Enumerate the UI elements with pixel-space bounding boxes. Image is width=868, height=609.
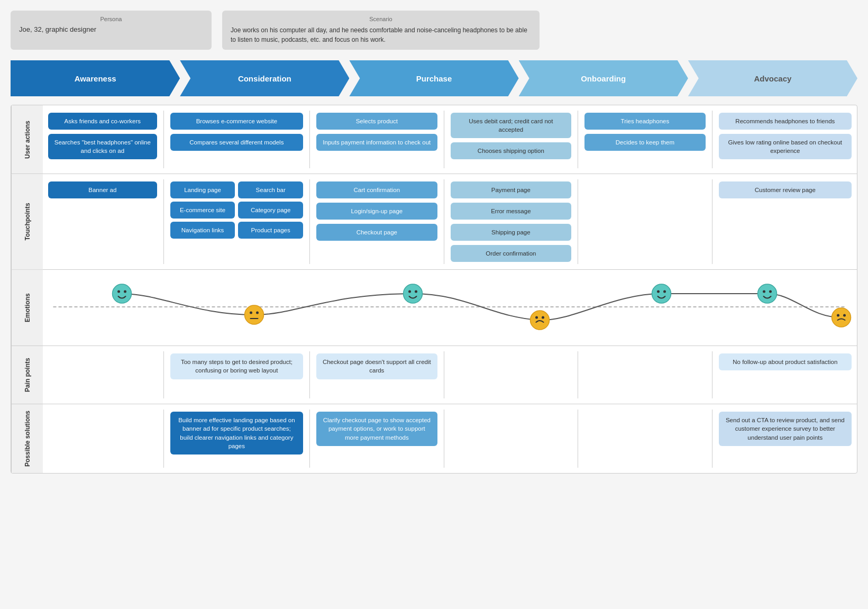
stage-onboarding: Onboarding: [519, 60, 688, 96]
pain-points-label: Pain points: [11, 346, 43, 404]
svg-point-6: [256, 312, 259, 314]
svg-point-13: [542, 316, 544, 319]
scenario-content: Joe works on his computer all day, and h…: [231, 25, 531, 44]
sol-awareness-col: [46, 410, 159, 468]
user-actions-content: Asks friends and co-workers Searches "be…: [43, 105, 857, 174]
svg-point-20: [832, 308, 851, 327]
scenario-label: Scenario: [231, 16, 531, 22]
tp-card: Payment page: [451, 181, 572, 198]
stages-row: Awareness Consideration Purchase Onboard…: [11, 60, 857, 96]
emotions-row: Emotions: [11, 270, 857, 346]
ua-card: Uses debit card; credit card not accepte…: [451, 113, 572, 138]
ua-card: Decides to keep them: [584, 134, 706, 151]
ua-card: Tries headphones: [584, 113, 706, 130]
stage-awareness: Awareness: [11, 60, 180, 96]
ua-card: Browses e-commerce website: [170, 113, 303, 130]
sol-card: Build more effective landing page based …: [170, 412, 303, 454]
ua-onboarding2-col: Tries headphones Decides to keep them: [582, 111, 708, 168]
pp-card: Checkout page doesn't support all credit…: [316, 353, 437, 379]
tp-card: Login/sign-up page: [316, 203, 437, 220]
svg-point-9: [408, 290, 411, 293]
tp-advocacy-col: Customer review page: [717, 179, 854, 264]
svg-point-3: [124, 290, 126, 293]
pp-onboarding-col: [449, 351, 574, 398]
sol-consideration-col: Build more effective landing page based …: [168, 410, 305, 468]
tp-card: Shipping page: [451, 224, 572, 241]
svg-point-17: [758, 284, 777, 303]
pp-card: Too many steps to get to desired product…: [170, 353, 303, 379]
pp-advocacy-col: No follow-up about product satisfaction: [717, 351, 854, 398]
main-container: { "persona": { "label": "Persona", "cont…: [0, 0, 868, 609]
tp-onboarding2-col: [582, 179, 708, 264]
ua-consideration-col: Browses e-commerce website Compares seve…: [168, 111, 305, 168]
ua-advocacy-col: Recommends headphones to friends Gives l…: [717, 111, 854, 168]
solutions-row: Possible solutions Build more effective …: [11, 404, 857, 473]
solutions-label: Possible solutions: [11, 404, 43, 473]
svg-point-18: [763, 290, 765, 293]
scenario-box: Scenario Joe works on his computer all d…: [222, 11, 540, 50]
emotions-label: Emotions: [11, 270, 43, 346]
tp-card: Category page: [238, 202, 303, 219]
tp-card: Product pages: [238, 222, 303, 239]
ua-card: Gives low rating online based on checkou…: [719, 134, 852, 159]
svg-point-10: [415, 290, 417, 293]
tp-card: Customer review page: [719, 181, 852, 198]
svg-point-19: [769, 290, 772, 293]
tp-card: Error message: [451, 203, 572, 220]
ua-card: Searches "best headphones" online and cl…: [48, 134, 157, 159]
ua-card: Selects product: [316, 113, 437, 130]
ua-card: Compares several different models: [170, 134, 303, 151]
tp-card: Navigation links: [170, 222, 235, 239]
tp-awareness-col: Banner ad: [46, 179, 159, 264]
journey-map: User actions Asks friends and co-workers…: [11, 105, 857, 474]
ua-card: Asks friends and co-workers: [48, 113, 157, 130]
ua-card: Inputs payment information to check out: [316, 134, 437, 151]
touchpoints-row: Touchpoints Banner ad Landing page Searc…: [11, 174, 857, 270]
tp-card: Order confirmation: [451, 245, 572, 262]
svg-point-21: [837, 314, 839, 317]
svg-point-2: [117, 290, 120, 293]
sol-purchase-col: Clarify checkout page to show accepted p…: [314, 410, 440, 468]
pp-card: No follow-up about product satisfaction: [719, 353, 852, 370]
tp-card: Banner ad: [48, 181, 157, 198]
tp-card: Checkout page: [316, 224, 437, 241]
ua-awareness-col: Asks friends and co-workers Searches "be…: [46, 111, 159, 168]
svg-point-22: [843, 314, 846, 317]
tp-purchase-col: Cart confirmation Login/sign-up page Che…: [314, 179, 440, 264]
stage-consideration: Consideration: [180, 60, 349, 96]
sol-card: Send out a CTA to review product, and se…: [719, 412, 852, 446]
svg-point-15: [657, 290, 660, 293]
persona-label: Persona: [19, 16, 203, 22]
ua-purchase-col: Selects product Inputs payment informati…: [314, 111, 440, 168]
pp-consideration-col: Too many steps to get to desired product…: [168, 351, 305, 398]
touchpoints-label: Touchpoints: [11, 174, 43, 269]
svg-point-8: [404, 284, 423, 303]
ua-card: Chooses shipping option: [451, 142, 572, 159]
persona-content: Joe, 32, graphic designer: [19, 25, 203, 33]
persona-box: Persona Joe, 32, graphic designer: [11, 11, 212, 50]
ua-onboarding-col: Uses debit card; credit card not accepte…: [449, 111, 574, 168]
sol-onboarding-col: [449, 410, 574, 468]
emotions-content: [43, 270, 857, 346]
svg-point-12: [535, 316, 538, 319]
pp-awareness-col: [46, 351, 159, 398]
sol-onboarding2-col: [582, 410, 708, 468]
sol-advocacy-col: Send out a CTA to review product, and se…: [717, 410, 854, 468]
tp-consideration-col: Landing page Search bar E-commerce site …: [168, 179, 305, 264]
svg-point-14: [652, 284, 671, 303]
pp-purchase-col: Checkout page doesn't support all credit…: [314, 351, 440, 398]
sol-card: Clarify checkout page to show accepted p…: [316, 412, 437, 446]
svg-point-5: [250, 312, 252, 314]
pain-points-row: Pain points Too many steps to get to des…: [11, 346, 857, 404]
user-actions-label: User actions: [11, 105, 43, 174]
emotions-chart: [48, 275, 852, 339]
tp-card: Landing page: [170, 181, 235, 198]
svg-point-1: [113, 284, 132, 303]
stage-purchase: Purchase: [349, 60, 518, 96]
user-actions-row: User actions Asks friends and co-workers…: [11, 105, 857, 174]
top-info: Persona Joe, 32, graphic designer Scenar…: [11, 11, 857, 50]
tp-card: E-commerce site: [170, 202, 235, 219]
ua-card: Recommends headphones to friends: [719, 113, 852, 130]
tp-card: Search bar: [238, 181, 303, 198]
stage-advocacy: Advocacy: [688, 60, 857, 96]
